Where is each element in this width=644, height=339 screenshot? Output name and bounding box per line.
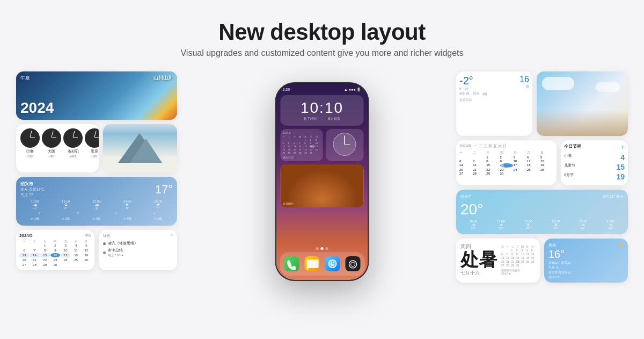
weather-forecast: 10:00☁️-4° 11:00🌤3° 12:00☁️3° 14:00🌧6° 1… (20, 200, 173, 210)
widget-weather-right-large: 绍兴市 24°/21° 多云 20° 10:00☁️22° 11:00☁️22°… (456, 190, 628, 234)
dl-hanzi: 处暑 (460, 250, 497, 269)
dl-inner-cal: 日一二三四五六 12345 6789101112 13141516171819 … (501, 245, 536, 275)
widget-calendar-right: 2024/5 · 一 二 三 四 五 六 日 一二三四五六日 12345 678… (456, 140, 557, 185)
phone-screen: 2:36 ▲ ●●● 🔋 10:10 数字时钟 日出日落 (276, 83, 368, 280)
widget-aqi-weather: -2° 9°~14° 16 良 AQ: 66 72% 1级 (456, 71, 532, 136)
mountain-bg (103, 124, 177, 172)
today-title: 今日节程 (564, 143, 581, 151)
clocks-mountain-row: 巴黎 -15时 大阪 +0时 洛杉矶 +8时 (16, 124, 177, 172)
wm-schedule: 新空件对话会议 (548, 270, 624, 275)
aqi-status: 良 (519, 84, 529, 89)
center-phone: 2:36 ▲ ●●● 🔋 10:10 数字时钟 日出日落 (275, 82, 369, 281)
widget-mountain: 山川山川 (103, 124, 177, 172)
clock-paris: 巴黎 -15时 (20, 128, 40, 159)
phone-clock-label-right: 日出日落 (327, 117, 340, 121)
phone-status-bar: 2:36 ▲ ●●● 🔋 (276, 83, 368, 93)
aqi-number: 16 (519, 75, 529, 84)
clock-face-osaka (42, 128, 61, 148)
phone-time: 2:36 (283, 88, 290, 92)
dock-mail[interactable] (325, 256, 340, 271)
festival-childrens: 儿童节 15 (564, 163, 625, 171)
left-widgets: 午夏 2024 巴黎 -15时 大阪 (16, 71, 177, 270)
phone-icons: ▲ ●●● 🔋 (344, 88, 362, 92)
widget-landscape-photo: 午夏 2024 (16, 71, 177, 120)
clock-city-la: 洛杉矶 (68, 149, 79, 154)
weather-wind-row: -7 -3 -1 -1 (20, 212, 173, 215)
page-subtitle: Visual upgrades and customized content g… (180, 48, 463, 58)
dock-messages[interactable] (304, 256, 319, 271)
schedule-item-1: 读完《体验思维》 (103, 241, 173, 246)
phone-photo-widget: 自选图片 (281, 164, 364, 207)
widget-today-schedule: 今日节程 + 小满 4 儿童节 15 6月节 1 (561, 140, 628, 185)
phone-widgets-area: 10:10 数字时钟 日出日落 2024/6 一二三四五六日 123 (276, 93, 368, 245)
weather-temp: 17° (155, 183, 173, 197)
weather-location: 绍兴市 (20, 181, 44, 187)
svg-point-6 (350, 262, 355, 266)
right-top-row: -2° 9°~14° 16 良 AQ: 66 72% 1级 (456, 71, 628, 136)
page-title: New desktop layout (180, 19, 463, 45)
cal-title: 2024/5 (19, 233, 32, 238)
today-plus[interactable]: + (621, 143, 625, 151)
widget-calendar-small: 2024/5 绑合 一 二 三 四 五 六 日 (16, 230, 94, 270)
phone-clock-label-left: 数字时钟 (304, 117, 317, 121)
aqi-label: 温度目标 (459, 98, 529, 103)
phone-analog-widget (326, 129, 364, 161)
aqi-temp: -2° (459, 75, 473, 87)
wm-temp: 16° (548, 248, 624, 261)
clock-city-osaka: 大阪 (48, 149, 55, 154)
phone-cal-widget: 2024/6 一二三四五六日 123 45678910 111213141516… (281, 129, 323, 161)
cal-schedule-row: 2024/5 绑合 一 二 三 四 五 六 日 (16, 230, 177, 270)
cal-grid: 一 二 三 四 五 六 日 1 2 3 4 (19, 240, 91, 267)
phone-clock-sub: 数字时钟 日出日落 (304, 117, 340, 121)
wm-icon: ☀️ (619, 243, 624, 248)
clock-face-paris (20, 128, 40, 148)
clock-city-sydney: 悉尼 (91, 149, 98, 154)
widget-sky-photo (537, 71, 628, 136)
widget-date-large: 周四 处暑 七月十六 日一二三四五六 12345 6789101112 1314… (456, 239, 540, 283)
right-mid-row: 2024/5 · 一 二 三 四 五 六 日 一二三四五六日 12345 678… (456, 140, 628, 185)
wm-aqi: 气压 54 (548, 265, 624, 270)
wr-range: 24°/21° 多云 (603, 194, 624, 199)
schedule-date: 绿色 (103, 233, 111, 239)
clock-face-sydney (85, 128, 99, 148)
clock-la: 洛杉矶 +8时 (63, 128, 83, 159)
sky-bg (537, 71, 628, 136)
weather-aqi-row: A 3级 A 3级 A 4级 A 4级 A 4级 (20, 217, 173, 221)
widget-clocks: 巴黎 -15时 大阪 +0时 洛杉矶 +8时 (16, 124, 99, 172)
cal-right-header: 2024/5 · 一 二 三 四 五 六 日 (459, 143, 553, 149)
content-area: 午夏 2024 巴黎 -15时 大阪 (0, 66, 644, 329)
schedule-plus[interactable]: + (171, 233, 173, 239)
wm-desc: 最低10° 最高22° (548, 261, 624, 265)
mountain-peak-right (130, 139, 162, 163)
festival-june: 6月节 19 (564, 172, 625, 181)
phone-clock-widget: 10:10 数字时钟 日出日落 (281, 95, 364, 126)
wr-location: 绍兴市 (460, 194, 472, 199)
phone-clock-time: 10:10 (301, 99, 343, 117)
clock-sydney: 悉尼 +6时 (85, 128, 99, 159)
aqi-range: 9°~14° (459, 87, 473, 90)
header: New desktop layout Visual upgrades and c… (180, 0, 463, 63)
clock-city-paris: 巴黎 (26, 149, 34, 154)
festival-xiaoman: 小满 4 (564, 153, 625, 162)
dl-lunar: 七月十六 (460, 270, 497, 277)
widget-weather-large: 绍兴市 多云 温度17℃ 气压 77 17° 10:00☁️-4° 11:00🌤… (16, 177, 177, 226)
wr-forecast: 10:00☁️22° 11:00☁️22° 12:00🌤23° 14:00🌤23… (460, 220, 624, 230)
clock-face-la (63, 128, 83, 148)
phone-dock (280, 252, 364, 276)
landscape-year: 2024 (20, 99, 54, 117)
widget-schedule: 绿色 + 读完《体验思维》 审中总结 (99, 230, 177, 270)
weather-aqi: 气压 77 (20, 192, 44, 198)
phone-cal-analog-row: 2024/6 一二三四五六日 123 45678910 111213141516… (281, 129, 364, 161)
widget-weather-mini: 周四 ☀️ 16° 最低10° 最高22° 气压 54 新空件对话会议 20:1… (544, 239, 628, 283)
page-wrapper: New desktop layout Visual upgrades and c… (0, 0, 644, 339)
clock-osaka: 大阪 +0时 (42, 128, 61, 159)
wr-temp: 20° (460, 201, 624, 218)
svg-point-5 (349, 261, 356, 268)
schedule-item-2: 审中总结 晚上7:00 ● (103, 248, 173, 258)
phone-dots (316, 245, 328, 252)
dock-camera[interactable] (345, 256, 360, 271)
wm-day: 周四 (548, 243, 556, 248)
dock-phone[interactable] (284, 256, 299, 271)
right-widgets: -2° 9°~14° 16 良 AQ: 66 72% 1级 (456, 71, 628, 283)
right-bot-row: 周四 处暑 七月十六 日一二三四五六 12345 6789101112 1314… (456, 239, 628, 283)
